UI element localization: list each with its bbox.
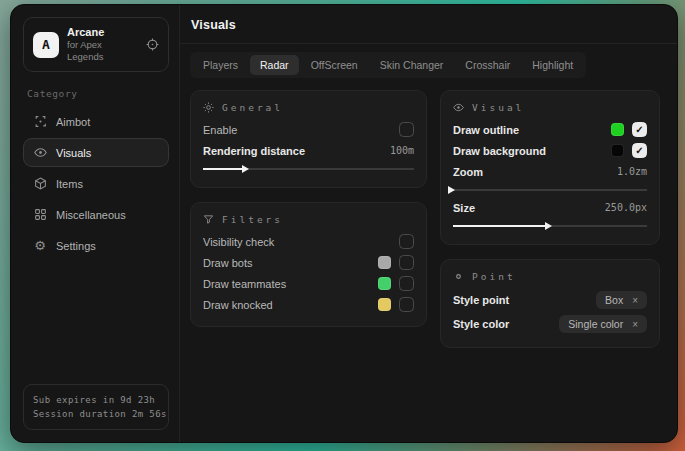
size-label: Size xyxy=(453,202,475,214)
sidebar: A Arcane for Apex Legends Category Aimbo… xyxy=(11,5,180,442)
app-header-card: A Arcane for Apex Legends xyxy=(23,17,169,72)
size-slider[interactable] xyxy=(453,225,647,227)
draw-bots-label: Draw bots xyxy=(203,257,253,269)
zoom-slider[interactable] xyxy=(453,189,647,191)
draw-background-checkbox[interactable] xyxy=(632,143,647,158)
draw-teammates-checkbox[interactable] xyxy=(399,276,414,291)
draw-background-label: Draw background xyxy=(453,145,546,157)
eye-icon xyxy=(33,146,47,159)
enable-label: Enable xyxy=(203,124,237,136)
sidebar-item-label: Miscellaneous xyxy=(56,209,126,221)
page-title: Visuals xyxy=(191,18,661,32)
tab-players[interactable]: Players xyxy=(193,55,248,75)
app-title: Arcane xyxy=(67,26,138,39)
style-point-chip[interactable]: Box × xyxy=(596,291,647,309)
sub-expiry-text: Sub expires in 9d 23h xyxy=(33,393,159,407)
crosshair-icon xyxy=(33,115,47,128)
subscription-card: Sub expires in 9d 23h Session duration 2… xyxy=(23,384,169,430)
draw-outline-label: Draw outline xyxy=(453,124,519,136)
style-color-label: Style color xyxy=(453,318,509,330)
sidebar-item-items[interactable]: Items xyxy=(23,169,169,198)
panel-filters-title: Filters xyxy=(203,214,414,225)
visibility-check-label: Visibility check xyxy=(203,236,274,248)
slider-fill xyxy=(203,168,247,170)
sidebar-item-label: Settings xyxy=(56,240,96,252)
app-subtitle: for Apex Legends xyxy=(67,39,138,63)
visibility-check-checkbox[interactable] xyxy=(399,234,414,249)
content-header: Visuals xyxy=(180,5,677,44)
draw-teammates-color-swatch[interactable] xyxy=(378,277,391,290)
zoom-value: 1.0zm xyxy=(617,166,647,177)
grid-icon xyxy=(33,208,47,221)
eye-icon xyxy=(453,102,464,113)
draw-bots-color-swatch[interactable] xyxy=(378,256,391,269)
close-icon[interactable]: × xyxy=(632,319,638,330)
tab-skin-changer[interactable]: Skin Changer xyxy=(370,55,454,75)
sidebar-nav: Aimbot Visuals Items xyxy=(23,107,169,260)
zoom-label: Zoom xyxy=(453,166,483,178)
draw-outline-checkbox[interactable] xyxy=(632,122,647,137)
panel-visual-title: Visual xyxy=(453,102,647,113)
rendering-distance-value: 100m xyxy=(390,145,414,156)
draw-background-color-swatch[interactable] xyxy=(611,144,624,157)
draw-bots-checkbox[interactable] xyxy=(399,255,414,270)
content-area: Visuals Players Radar OffScreen Skin Cha… xyxy=(180,5,677,442)
tab-highlight[interactable]: Highlight xyxy=(522,55,583,75)
app-logo: A xyxy=(33,32,59,58)
sidebar-item-label: Visuals xyxy=(56,147,91,159)
draw-outline-color-swatch[interactable] xyxy=(611,123,624,136)
session-duration-text: Session duration 2m 56s xyxy=(33,407,159,421)
draw-teammates-label: Draw teammates xyxy=(203,278,286,290)
rendering-distance-slider[interactable] xyxy=(203,168,414,170)
rendering-distance-label: Rendering distance xyxy=(203,145,305,157)
tab-radar[interactable]: Radar xyxy=(250,55,299,75)
gear-icon: ⚙ xyxy=(33,239,47,252)
package-icon xyxy=(33,177,47,190)
slider-fill xyxy=(453,225,550,227)
panel-point: Point Style point Box × Style color Sing… xyxy=(440,259,660,348)
sidebar-item-settings[interactable]: ⚙ Settings xyxy=(23,231,169,260)
panel-visual: Visual Draw outline Draw background xyxy=(440,90,660,245)
sidebar-item-aimbot[interactable]: Aimbot xyxy=(23,107,169,136)
panel-filters: Filters Visibility check Draw bots xyxy=(190,202,427,327)
category-label: Category xyxy=(27,88,165,99)
dot-icon xyxy=(453,271,464,282)
sidebar-item-label: Items xyxy=(56,178,83,190)
tab-crosshair[interactable]: Crosshair xyxy=(455,55,520,75)
draw-knocked-label: Draw knocked xyxy=(203,299,273,311)
draw-knocked-checkbox[interactable] xyxy=(399,297,414,312)
panel-point-title: Point xyxy=(453,271,647,282)
target-icon[interactable] xyxy=(146,38,159,51)
enable-checkbox[interactable] xyxy=(399,122,414,137)
panel-general: General Enable Rendering distance 100m xyxy=(190,90,427,188)
sidebar-item-visuals[interactable]: Visuals xyxy=(23,138,169,167)
app-window: A Arcane for Apex Legends Category Aimbo… xyxy=(10,4,678,443)
tab-bar: Players Radar OffScreen Skin Changer Cro… xyxy=(190,52,586,78)
funnel-icon xyxy=(203,214,214,225)
style-point-label: Style point xyxy=(453,294,509,306)
size-value: 250.0px xyxy=(605,202,647,213)
sidebar-item-label: Aimbot xyxy=(56,116,90,128)
sidebar-item-miscellaneous[interactable]: Miscellaneous xyxy=(23,200,169,229)
close-icon[interactable]: × xyxy=(632,295,638,306)
style-color-chip[interactable]: Single color × xyxy=(559,315,647,333)
draw-knocked-color-swatch[interactable] xyxy=(378,298,391,311)
panel-general-title: General xyxy=(203,102,414,113)
sun-icon xyxy=(203,102,214,113)
tab-offscreen[interactable]: OffScreen xyxy=(301,55,368,75)
